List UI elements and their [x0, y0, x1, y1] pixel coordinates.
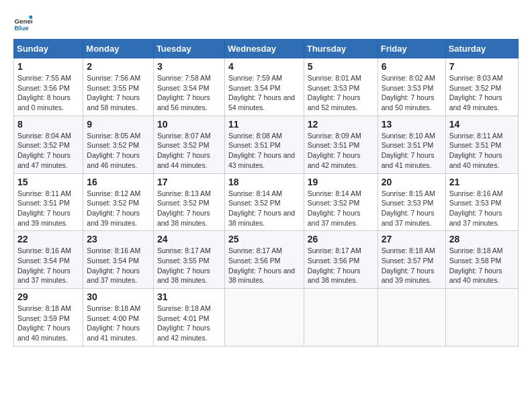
day-number: 30: [87, 291, 150, 302]
day-detail: Sunrise: 8:12 AMSunset: 3:52 PMDaylight:…: [87, 189, 140, 227]
day-number: 14: [449, 119, 515, 130]
day-number: 1: [17, 61, 79, 72]
header: General Blue: [13, 13, 519, 32]
day-number: 5: [308, 61, 374, 72]
day-number: 8: [17, 119, 79, 130]
calendar-cell: 6 Sunrise: 8:02 AMSunset: 3:53 PMDayligh…: [378, 58, 445, 116]
day-number: 2: [87, 61, 150, 72]
day-detail: Sunrise: 8:16 AMSunset: 3:54 PMDaylight:…: [87, 246, 140, 284]
calendar-cell: 12 Sunrise: 8:09 AMSunset: 3:51 PMDaylig…: [304, 116, 378, 173]
calendar-cell: 22 Sunrise: 8:16 AMSunset: 3:54 PMDaylig…: [14, 231, 83, 289]
calendar-cell: 25 Sunrise: 8:17 AMSunset: 3:56 PMDaylig…: [224, 231, 304, 289]
day-detail: Sunrise: 8:16 AMSunset: 3:53 PMDaylight:…: [449, 189, 503, 227]
day-detail: Sunrise: 8:04 AMSunset: 3:52 PMDaylight:…: [17, 132, 71, 169]
calendar-cell: 11 Sunrise: 8:08 AMSunset: 3:51 PMDaylig…: [224, 116, 304, 173]
day-number: 25: [228, 234, 300, 244]
calendar-cell: 16 Sunrise: 8:12 AMSunset: 3:52 PMDaylig…: [83, 173, 154, 231]
logo: General Blue: [13, 13, 35, 32]
calendar-cell: 7 Sunrise: 8:03 AMSunset: 3:52 PMDayligh…: [445, 58, 518, 116]
day-detail: Sunrise: 8:14 AMSunset: 3:52 PMDaylight:…: [308, 189, 361, 227]
day-number: 4: [228, 61, 300, 72]
day-detail: Sunrise: 8:02 AMSunset: 3:53 PMDaylight:…: [382, 74, 435, 111]
calendar-cell: 19 Sunrise: 8:14 AMSunset: 3:52 PMDaylig…: [304, 173, 378, 231]
day-number: 26: [308, 234, 374, 244]
calendar-cell: 27 Sunrise: 8:18 AMSunset: 3:57 PMDaylig…: [378, 231, 445, 289]
calendar-cell: [378, 289, 445, 347]
calendar-cell: 23 Sunrise: 8:16 AMSunset: 3:54 PMDaylig…: [83, 231, 154, 289]
day-detail: Sunrise: 8:13 AMSunset: 3:52 PMDaylight:…: [157, 189, 211, 227]
day-detail: Sunrise: 7:55 AMSunset: 3:56 PMDaylight:…: [17, 74, 71, 111]
calendar-cell: 21 Sunrise: 8:16 AMSunset: 3:53 PMDaylig…: [445, 173, 518, 231]
day-detail: Sunrise: 8:01 AMSunset: 3:53 PMDaylight:…: [308, 74, 361, 111]
day-number: 10: [157, 119, 221, 130]
weekday-header-monday: Monday: [83, 40, 154, 58]
calendar-week-5: 29 Sunrise: 8:18 AMSunset: 3:59 PMDaylig…: [14, 289, 519, 347]
day-number: 22: [17, 234, 79, 244]
day-detail: Sunrise: 8:14 AMSunset: 3:52 PMDaylight:…: [228, 189, 295, 227]
day-number: 3: [157, 61, 221, 72]
day-number: 29: [17, 291, 79, 302]
day-detail: Sunrise: 8:18 AMSunset: 3:57 PMDaylight:…: [382, 246, 435, 284]
day-detail: Sunrise: 8:09 AMSunset: 3:51 PMDaylight:…: [308, 132, 361, 169]
day-detail: Sunrise: 7:56 AMSunset: 3:55 PMDaylight:…: [87, 74, 140, 111]
day-number: 6: [382, 61, 442, 72]
day-detail: Sunrise: 8:18 AMSunset: 3:58 PMDaylight:…: [449, 246, 503, 284]
day-number: 7: [449, 61, 515, 72]
day-number: 12: [308, 119, 374, 130]
calendar-cell: 17 Sunrise: 8:13 AMSunset: 3:52 PMDaylig…: [153, 173, 224, 231]
weekday-header-tuesday: Tuesday: [153, 40, 224, 58]
calendar-cell: 15 Sunrise: 8:11 AMSunset: 3:51 PMDaylig…: [14, 173, 83, 231]
calendar-cell: 18 Sunrise: 8:14 AMSunset: 3:52 PMDaylig…: [224, 173, 304, 231]
day-detail: Sunrise: 8:18 AMSunset: 4:01 PMDaylight:…: [157, 304, 211, 342]
calendar-week-1: 1 Sunrise: 7:55 AMSunset: 3:56 PMDayligh…: [14, 58, 519, 116]
day-number: 24: [157, 234, 221, 244]
day-detail: Sunrise: 8:17 AMSunset: 3:56 PMDaylight:…: [308, 246, 361, 284]
day-detail: Sunrise: 8:18 AMSunset: 3:59 PMDaylight:…: [17, 304, 71, 342]
weekday-header-saturday: Saturday: [445, 40, 518, 58]
day-detail: Sunrise: 8:03 AMSunset: 3:52 PMDaylight:…: [449, 74, 503, 111]
calendar-table: SundayMondayTuesdayWednesdayThursdayFrid…: [13, 39, 519, 347]
day-detail: Sunrise: 8:07 AMSunset: 3:52 PMDaylight:…: [157, 132, 211, 169]
day-number: 20: [382, 177, 442, 187]
day-detail: Sunrise: 8:10 AMSunset: 3:51 PMDaylight:…: [382, 132, 435, 169]
day-detail: Sunrise: 7:59 AMSunset: 3:54 PMDaylight:…: [228, 74, 295, 111]
calendar-cell: 5 Sunrise: 8:01 AMSunset: 3:53 PMDayligh…: [304, 58, 378, 116]
day-number: 16: [87, 177, 150, 187]
day-number: 15: [17, 177, 79, 187]
logo-icon: General Blue: [13, 13, 32, 32]
calendar-cell: 4 Sunrise: 7:59 AMSunset: 3:54 PMDayligh…: [224, 58, 304, 116]
weekday-header-sunday: Sunday: [14, 40, 83, 58]
calendar-cell: 13 Sunrise: 8:10 AMSunset: 3:51 PMDaylig…: [378, 116, 445, 173]
day-number: 9: [87, 119, 150, 130]
calendar-cell: 9 Sunrise: 8:05 AMSunset: 3:52 PMDayligh…: [83, 116, 154, 173]
calendar-cell: 2 Sunrise: 7:56 AMSunset: 3:55 PMDayligh…: [83, 58, 154, 116]
day-number: 27: [382, 234, 442, 244]
day-detail: Sunrise: 8:18 AMSunset: 4:00 PMDaylight:…: [87, 304, 140, 342]
calendar-cell: 10 Sunrise: 8:07 AMSunset: 3:52 PMDaylig…: [153, 116, 224, 173]
calendar-cell: [304, 289, 378, 347]
calendar-week-2: 8 Sunrise: 8:04 AMSunset: 3:52 PMDayligh…: [14, 116, 519, 173]
day-number: 31: [157, 291, 221, 302]
day-detail: Sunrise: 8:17 AMSunset: 3:55 PMDaylight:…: [157, 246, 211, 284]
weekday-header-thursday: Thursday: [304, 40, 378, 58]
calendar-cell: [445, 289, 518, 347]
day-number: 17: [157, 177, 221, 187]
day-detail: Sunrise: 7:58 AMSunset: 3:54 PMDaylight:…: [157, 74, 211, 111]
day-detail: Sunrise: 8:17 AMSunset: 3:56 PMDaylight:…: [228, 246, 295, 284]
calendar-cell: 20 Sunrise: 8:15 AMSunset: 3:53 PMDaylig…: [378, 173, 445, 231]
day-number: 18: [228, 177, 300, 187]
calendar-week-4: 22 Sunrise: 8:16 AMSunset: 3:54 PMDaylig…: [14, 231, 519, 289]
calendar-cell: 1 Sunrise: 7:55 AMSunset: 3:56 PMDayligh…: [14, 58, 83, 116]
calendar-cell: 31 Sunrise: 8:18 AMSunset: 4:01 PMDaylig…: [153, 289, 224, 347]
calendar-cell: 26 Sunrise: 8:17 AMSunset: 3:56 PMDaylig…: [304, 231, 378, 289]
calendar-cell: 30 Sunrise: 8:18 AMSunset: 4:00 PMDaylig…: [83, 289, 154, 347]
calendar-cell: 3 Sunrise: 7:58 AMSunset: 3:54 PMDayligh…: [153, 58, 224, 116]
day-detail: Sunrise: 8:11 AMSunset: 3:51 PMDaylight:…: [17, 189, 71, 227]
calendar-cell: 24 Sunrise: 8:17 AMSunset: 3:55 PMDaylig…: [153, 231, 224, 289]
calendar-cell: 8 Sunrise: 8:04 AMSunset: 3:52 PMDayligh…: [14, 116, 83, 173]
calendar-cell: 28 Sunrise: 8:18 AMSunset: 3:58 PMDaylig…: [445, 231, 518, 289]
day-detail: Sunrise: 8:08 AMSunset: 3:51 PMDaylight:…: [228, 132, 295, 169]
weekday-header-wednesday: Wednesday: [224, 40, 304, 58]
day-detail: Sunrise: 8:11 AMSunset: 3:51 PMDaylight:…: [449, 132, 503, 169]
day-number: 28: [449, 234, 515, 244]
